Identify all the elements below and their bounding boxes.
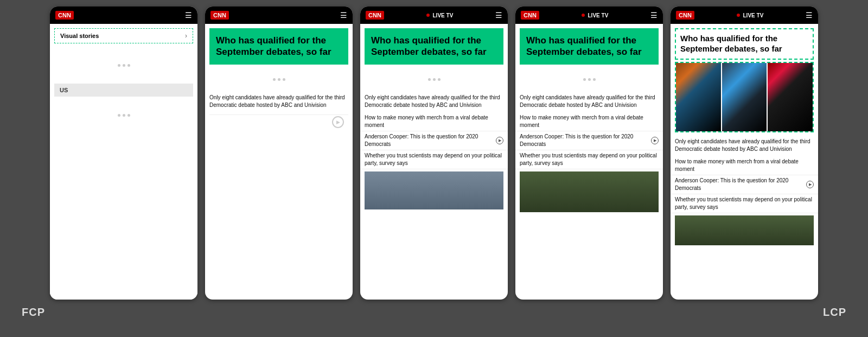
hamburger-icon-4[interactable]: ☰ <box>650 11 658 19</box>
headline-text-2: Who has qualified for the September deba… <box>216 35 342 58</box>
phone5-body: Who has qualified for the September deba… <box>671 24 818 300</box>
phone-4: CNN LIVE TV ☰ Who has qualified for the … <box>515 7 663 300</box>
article-link-4-1[interactable]: How to make money with merch from a vira… <box>515 112 663 131</box>
headline-text-3: Who has qualified for the September deba… <box>371 35 497 58</box>
header-right-5: LIVE TV <box>737 12 764 18</box>
phone1-body: Visual stories › US <box>50 24 197 300</box>
phone-2: CNN ☰ Who has qualified for the Septembe… <box>205 7 353 300</box>
phone2-body: Who has qualified for the September deba… <box>205 24 353 300</box>
loading-dots-1 <box>54 49 193 81</box>
article-text-4-2: Anderson Cooper: This is the question fo… <box>520 133 649 148</box>
dot-10 <box>428 78 431 81</box>
bottom-image-4 <box>520 171 659 212</box>
article-link-3-3[interactable]: Whether you trust scientists may depend … <box>360 150 508 169</box>
dot-3 <box>127 64 130 67</box>
dot-7 <box>273 78 276 81</box>
live-dot-3 <box>426 14 430 17</box>
bottom-image-5 <box>675 215 814 245</box>
candidate-photos-container <box>675 62 814 132</box>
article-text-5-2: Anderson Cooper: This is the question fo… <box>675 177 804 192</box>
live-tv-label-5: LIVE TV <box>743 12 764 18</box>
phone-3: CNN LIVE TV ☰ Who has qualified for the … <box>360 7 508 300</box>
subtext-5: Only eight candidates have already quali… <box>671 135 818 156</box>
visual-stories-label: Visual stories <box>60 33 99 39</box>
article-text-3-2: Anderson Cooper: This is the question fo… <box>365 133 494 148</box>
dot-6 <box>127 114 130 117</box>
lcp-label: LCP <box>823 306 846 319</box>
cnn-logo-2: CNN <box>210 11 229 20</box>
headline-box-2: Who has qualified for the September deba… <box>209 28 348 65</box>
loading-dots-4 <box>360 69 508 91</box>
live-tv-label-4: LIVE TV <box>588 12 609 18</box>
play-icon-2[interactable]: ▶ <box>332 116 344 128</box>
article-link-5-1[interactable]: How to make money with merch from a vira… <box>671 156 818 175</box>
article-link-5-2[interactable]: Anderson Cooper: This is the question fo… <box>671 175 818 194</box>
main-container: CNN ☰ Visual stories › US CNN ☰ <box>0 0 868 300</box>
cnn-logo-4: CNN <box>521 11 539 20</box>
article-link-3-2[interactable]: Anderson Cooper: This is the question fo… <box>360 131 508 150</box>
phone-5: CNN LIVE TV ☰ Who has qualified for the … <box>671 7 818 300</box>
cnn-header-2: CNN ☰ <box>205 7 353 24</box>
cnn-header-4: CNN LIVE TV ☰ <box>515 7 663 24</box>
subtext-3: Only eight candidates have already quali… <box>360 91 508 112</box>
cnn-header-1: CNN ☰ <box>50 7 197 24</box>
phone3-body: Who has qualified for the September deba… <box>360 24 508 300</box>
chevron-right-icon: › <box>185 32 187 40</box>
dot-9 <box>283 78 285 81</box>
header-right-3: LIVE TV <box>426 12 454 18</box>
hamburger-icon-5[interactable]: ☰ <box>806 11 813 19</box>
header-right-4: LIVE TV <box>582 12 609 18</box>
live-dot-5 <box>737 14 740 17</box>
dot-1 <box>118 64 120 67</box>
article-link-4-2[interactable]: Anderson Cooper: This is the question fo… <box>515 131 663 150</box>
article-link-4-3[interactable]: Whether you trust scientists may depend … <box>515 150 663 169</box>
loading-dots-2 <box>54 99 193 131</box>
live-tv-label-3: LIVE TV <box>433 12 454 18</box>
biden-photo <box>722 63 767 131</box>
labels-row: FCP LCP <box>0 302 868 319</box>
loading-dots-5 <box>515 69 663 91</box>
article-video-5: Anderson Cooper: This is the question fo… <box>675 177 814 192</box>
headline-box-4: Who has qualified for the September deba… <box>520 28 659 65</box>
booker-photo <box>768 63 813 131</box>
cnn-logo-3: CNN <box>366 11 384 20</box>
harris-photo <box>676 63 721 131</box>
headline-box-3: Who has qualified for the September deba… <box>365 28 503 65</box>
headline-box-5: Who has qualified for the September deba… <box>675 28 814 60</box>
bottom-image-3 <box>365 171 503 209</box>
phone4-body: Who has qualified for the September deba… <box>515 24 663 300</box>
us-section: US <box>54 84 193 97</box>
dot-14 <box>588 78 591 81</box>
article-link-5-3[interactable]: Whether you trust scientists may depend … <box>671 194 818 213</box>
article-link-3-1[interactable]: How to make money with merch from a vira… <box>360 112 508 131</box>
dot-2 <box>123 64 125 67</box>
fcp-label: FCP <box>22 306 45 319</box>
cnn-header-3: CNN LIVE TV ☰ <box>360 7 508 24</box>
dot-13 <box>583 78 586 81</box>
play-icon-5[interactable]: ▶ <box>806 181 814 188</box>
article-video-4: Anderson Cooper: This is the question fo… <box>520 133 659 148</box>
hamburger-icon-3[interactable]: ☰ <box>495 11 502 19</box>
dot-12 <box>438 78 441 81</box>
dot-4 <box>118 114 120 117</box>
dot-11 <box>433 78 436 81</box>
hamburger-icon-1[interactable]: ☰ <box>185 11 192 19</box>
subtext-2: Only eight candidates have already quali… <box>205 91 353 112</box>
cnn-logo-5: CNN <box>676 11 694 20</box>
cnn-logo-1: CNN <box>55 11 74 20</box>
play-icon-4[interactable]: ▶ <box>651 137 659 144</box>
headline-text-4: Who has qualified for the September deba… <box>526 35 652 58</box>
dot-5 <box>123 114 125 117</box>
headline-text-5: Who has qualified for the September deba… <box>680 34 808 54</box>
loading-dots-3 <box>205 69 353 91</box>
visual-stories-bar[interactable]: Visual stories › <box>54 28 193 43</box>
dot-8 <box>278 78 280 81</box>
dot-15 <box>593 78 596 81</box>
subtext-4: Only eight candidates have already quali… <box>515 91 663 112</box>
play-icon-3[interactable]: ▶ <box>496 137 503 144</box>
live-dot-4 <box>582 14 585 17</box>
phone-1: CNN ☰ Visual stories › US <box>50 7 197 300</box>
hamburger-icon-2[interactable]: ☰ <box>340 11 347 19</box>
article-video-3: Anderson Cooper: This is the question fo… <box>365 133 503 148</box>
cnn-header-5: CNN LIVE TV ☰ <box>671 7 818 24</box>
